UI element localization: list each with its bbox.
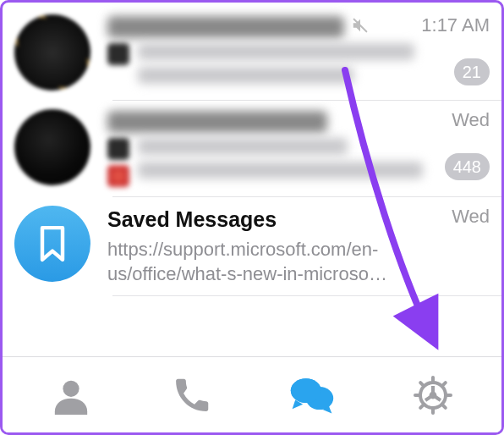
chat-title-blurred	[107, 111, 327, 133]
chat-row[interactable]: 1:17 AM 21	[3, 6, 501, 101]
chat-body: Saved Messages https://support.microsoft…	[107, 206, 445, 286]
avatar	[14, 14, 90, 91]
app-frame: 1:17 AM 21	[0, 0, 504, 435]
chat-preview: https://support.microsoft.com/en-us/offi…	[107, 237, 445, 286]
chat-list: 1:17 AM 21	[3, 3, 501, 296]
avatar-saved-messages	[14, 206, 90, 282]
gear-icon	[413, 375, 453, 416]
chat-title: Saved Messages	[107, 207, 277, 232]
chat-time: Wed	[452, 109, 490, 131]
preview-thumb	[107, 165, 129, 187]
chat-body	[107, 14, 414, 85]
preview-line-blurred	[138, 162, 423, 179]
svg-point-3	[291, 378, 321, 403]
tab-calls[interactable]	[167, 370, 217, 421]
svg-line-13	[441, 383, 445, 386]
chat-row[interactable]: Wed 448	[3, 101, 501, 197]
chats-icon	[289, 375, 335, 416]
preview-line-blurred	[138, 67, 353, 84]
chat-title-blurred	[107, 16, 344, 38]
svg-line-12	[420, 404, 424, 407]
preview-line-blurred	[138, 138, 348, 155]
tab-bar	[3, 356, 501, 432]
bookmark-icon	[35, 223, 70, 264]
preview-line-blurred	[138, 43, 414, 60]
svg-line-10	[420, 383, 424, 386]
svg-point-0	[63, 380, 79, 396]
unread-badge: 21	[454, 58, 490, 85]
avatar	[14, 109, 90, 185]
chat-time: Wed	[452, 206, 490, 228]
svg-line-16	[425, 395, 433, 400]
tab-chats[interactable]	[287, 370, 337, 421]
chat-row-saved-messages[interactable]: Saved Messages https://support.microsoft…	[3, 197, 501, 296]
person-icon	[52, 376, 90, 415]
tab-contacts[interactable]	[46, 370, 96, 421]
chat-body	[107, 109, 438, 187]
preview-thumb	[107, 43, 129, 65]
unread-badge: 448	[445, 153, 490, 180]
tab-settings[interactable]	[408, 370, 458, 421]
svg-line-11	[441, 404, 445, 407]
svg-line-15	[433, 395, 441, 400]
preview-thumb	[107, 138, 129, 160]
chat-time: 1:17 AM	[421, 14, 490, 36]
mute-icon	[351, 16, 370, 38]
phone-icon	[173, 377, 211, 414]
